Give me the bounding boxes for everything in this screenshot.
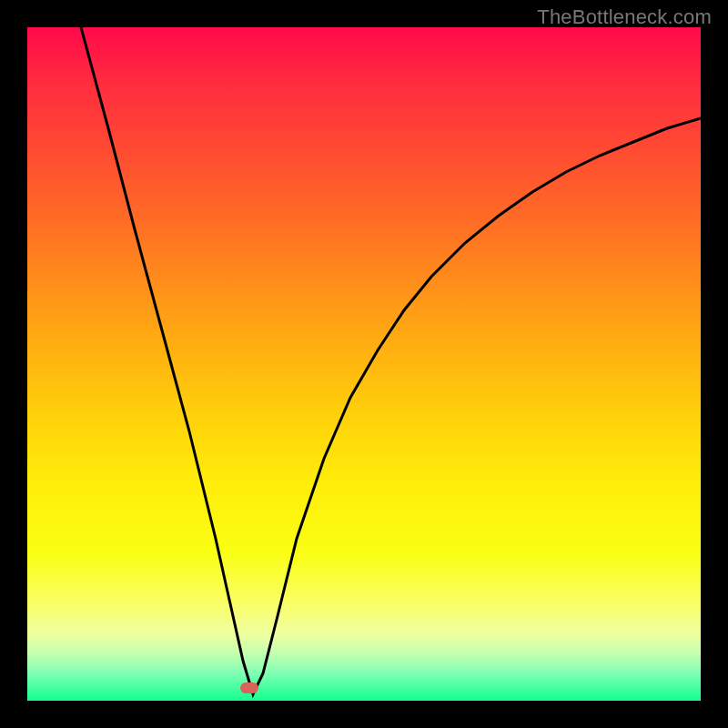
curve-svg xyxy=(27,27,701,701)
outer-frame: TheBottleneck.com xyxy=(0,0,728,728)
optimal-marker xyxy=(240,682,258,693)
plot-area xyxy=(27,27,701,701)
bottleneck-curve xyxy=(81,27,701,694)
watermark-text: TheBottleneck.com xyxy=(537,5,712,29)
